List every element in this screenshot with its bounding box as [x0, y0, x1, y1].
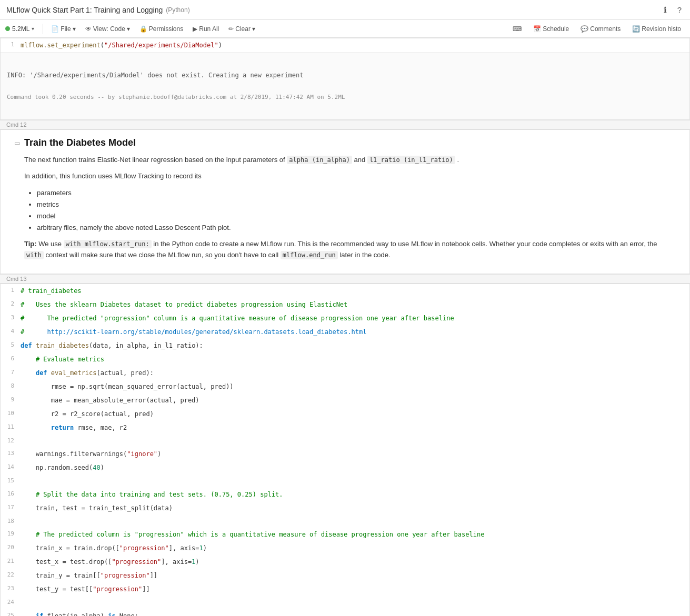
- code-cell-cmd12-inner: 1 mlflow.set_experiment("/Shared/experim…: [1, 38, 689, 52]
- code-c-7[interactable]: def eval_metrics(actual, pred):: [17, 366, 689, 380]
- code-line-cmd13-10: 10 r2 = r2_score(actual, pred): [1, 407, 689, 421]
- para1-before: The next function trains Elastic-Net lin…: [24, 156, 285, 164]
- code-line-cmd13-14: 14 np.random.seed(40): [1, 461, 689, 474]
- code-line-cmd13-20: 20 train_x = train.drop(["progression"],…: [1, 541, 689, 555]
- str-progression-22: "progression": [101, 572, 150, 579]
- ln-4: 4: [1, 325, 17, 338]
- collapse-button[interactable]: ▭: [13, 139, 21, 147]
- toolbar: 5.2ML ▾ 📄 File ▾ 👁 View: Code ▾ 🔒 Permis…: [0, 20, 690, 38]
- code-str-path: "/Shared/experiments/DiaModel": [104, 42, 218, 49]
- code-c-16[interactable]: # Split the data into training and test …: [17, 488, 689, 501]
- str-progression-20: "progression": [119, 544, 169, 552]
- code-c-13[interactable]: warnings.filterwarnings("ignore"): [17, 447, 689, 461]
- ln-19: 19: [1, 528, 17, 541]
- cm-6: # Evaluate metrics: [36, 356, 104, 363]
- ln-22: 22: [1, 569, 17, 582]
- ln-8: 8: [1, 380, 17, 393]
- cluster-status-dot: [5, 26, 10, 31]
- ln-11: 11: [1, 421, 17, 434]
- bullet-model: model: [37, 210, 677, 222]
- code-line-content-1[interactable]: mlflow.set_experiment("/Shared/experimen…: [17, 38, 689, 52]
- file-label: File: [61, 25, 71, 33]
- code-c-18[interactable]: [17, 515, 689, 519]
- code-c-6[interactable]: # Evaluate metrics: [17, 352, 689, 366]
- code-c-10[interactable]: r2 = r2_score(actual, pred): [17, 407, 689, 421]
- cmd-label-12: Cmd 12: [0, 120, 690, 129]
- markdown-para1: The next function trains Elastic-Net lin…: [24, 155, 677, 166]
- code-c-21[interactable]: test_x = test.drop(["progression"], axis…: [17, 555, 689, 569]
- ln-6: 6: [1, 352, 17, 366]
- ln-3: 3: [1, 311, 17, 325]
- tip-code2: with: [24, 251, 44, 259]
- num-40: 40: [93, 464, 100, 471]
- ln-7: 7: [1, 366, 17, 379]
- code-line-cmd13-8: 8 rmse = np.sqrt(mean_squared_error(actu…: [1, 380, 689, 393]
- code-line-cmd13-9: 9 mae = mean_absolute_error(actual, pred…: [1, 393, 689, 407]
- tip-code1: with mlflow.start_run:: [64, 240, 152, 248]
- code-c-24[interactable]: [17, 596, 689, 600]
- revision-button[interactable]: 🔄 Revision histo: [628, 24, 685, 34]
- clear-label: Clear: [235, 25, 251, 33]
- kw-return: return: [51, 424, 74, 431]
- code-c-15[interactable]: [17, 474, 689, 479]
- code-c-9[interactable]: mae = mean_absolute_error(actual, pred): [17, 393, 689, 407]
- ln-5: 5: [1, 339, 17, 352]
- ln-21: 21: [1, 555, 17, 568]
- ln-12: 12: [1, 435, 17, 448]
- code-c-5[interactable]: def train_diabetes(data, in_alpha, in_l1…: [17, 339, 689, 352]
- notebook-lang: (Python): [166, 6, 189, 14]
- num-1-21: 1: [192, 558, 195, 565]
- code-c-11[interactable]: return rmse, mae, r2: [17, 421, 689, 435]
- code-line-cmd13-19: 19 # The predicted column is "progressio…: [1, 528, 689, 541]
- code-c-14[interactable]: np.random.seed(40): [17, 461, 689, 474]
- help-icon-button[interactable]: ?: [675, 4, 684, 15]
- title-bar: MLflow Quick Start Part 1: Training and …: [0, 0, 690, 20]
- cm-1: # train_diabetes: [21, 287, 82, 295]
- comments-icon: 💬: [581, 25, 588, 33]
- permissions-button[interactable]: 🔒 Permissions: [136, 24, 187, 34]
- view-arrow-icon: ▾: [127, 25, 130, 33]
- cmd-label-13: Cmd 13: [0, 274, 690, 284]
- toolbar-separator-1: [43, 24, 43, 34]
- output-info-text: INFO: '/Shared/experiments/DiaModel' doe…: [7, 72, 683, 79]
- code-line-cmd13-18: 18: [1, 515, 689, 528]
- code-c-2[interactable]: # Uses the sklearn Diabetes dataset to p…: [17, 298, 689, 311]
- comments-label: Comments: [590, 25, 621, 33]
- toolbar-right: ⌨ 📅 Schedule 💬 Comments 🔄 Revision histo: [509, 24, 685, 34]
- view-code-button[interactable]: 👁 View: Code ▾: [82, 24, 134, 34]
- permissions-label: Permissions: [149, 25, 183, 33]
- code-c-25[interactable]: if float(in_alpha) is None:: [17, 609, 689, 616]
- code-c-19[interactable]: # The predicted column is "progression" …: [17, 528, 689, 541]
- file-button[interactable]: 📄 File ▾: [47, 24, 79, 34]
- code-line-cmd13-6: 6 # Evaluate metrics: [1, 352, 689, 366]
- schedule-button[interactable]: 📅 Schedule: [529, 24, 573, 34]
- fn-train: train_diabetes: [36, 342, 89, 349]
- code-line-cmd13-25: 25 if float(in_alpha) is None:: [1, 609, 689, 616]
- markdown-cell-diabetes: ▭ Train the Diabetes Model The next func…: [0, 129, 690, 274]
- cm-2: # Uses the sklearn Diabetes dataset to p…: [21, 301, 347, 308]
- code-c-4[interactable]: # http://scikit-learn.org/stable/modules…: [17, 325, 689, 339]
- info-icon-button[interactable]: ℹ: [662, 4, 669, 16]
- line-number-1: 1: [1, 38, 17, 52]
- output-area-cmd12: INFO: '/Shared/experiments/DiaModel' doe…: [1, 52, 689, 119]
- code-c-12[interactable]: [17, 435, 689, 439]
- code-c-17[interactable]: train, test = train_test_split(data): [17, 501, 689, 515]
- keyboard-icon-button[interactable]: ⌨: [509, 24, 525, 34]
- code-c-8[interactable]: rmse = np.sqrt(mean_squared_error(actual…: [17, 380, 689, 393]
- run-all-button[interactable]: ▶ Run All: [189, 24, 223, 34]
- code-c-23[interactable]: test_y = test[["progression"]]: [17, 582, 689, 596]
- cm-16: # Split the data into training and test …: [36, 491, 283, 498]
- code-line-cmd13-24: 24: [1, 596, 689, 609]
- clear-button[interactable]: ✏ Clear ▾: [225, 24, 259, 34]
- code-line-cmd13-5: 5 def train_diabetes(data, in_alpha, in_…: [1, 339, 689, 352]
- notebook-title: MLflow Quick Start Part 1: Training and …: [6, 6, 163, 14]
- code-c-20[interactable]: train_x = train.drop(["progression"], ax…: [17, 541, 689, 555]
- code-line-cmd13-1: 1 # train_diabetes: [1, 284, 689, 298]
- output-meta-text: Command took 0.20 seconds -- by stephani…: [7, 94, 683, 100]
- code-line-cmd13-13: 13 warnings.filterwarnings("ignore"): [1, 447, 689, 461]
- code-c-3[interactable]: # The predicted "progression" column is …: [17, 311, 689, 325]
- code-c-1[interactable]: # train_diabetes: [17, 284, 689, 298]
- comments-button[interactable]: 💬 Comments: [577, 24, 624, 34]
- code-c-22[interactable]: train_y = train[["progression"]]: [17, 569, 689, 582]
- cluster-selector[interactable]: 5.2ML ▾: [5, 25, 34, 33]
